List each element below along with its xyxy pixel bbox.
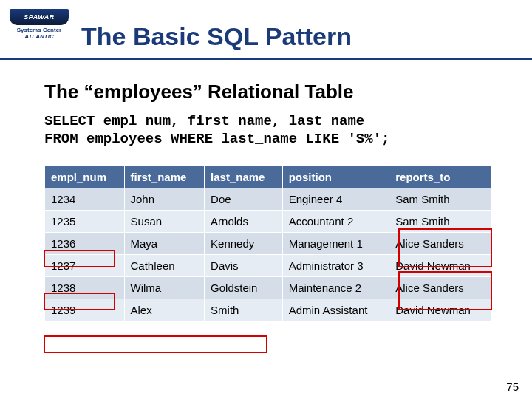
sql-line2: FROM employees WHERE last_name LIKE 'S%'… — [44, 131, 389, 147]
employees-table: empl_num first_name last_name position r… — [44, 166, 492, 321]
table-header-row: empl_num first_name last_name position r… — [45, 166, 492, 188]
cell: 1239 — [45, 299, 125, 321]
slide: SPAWAR Systems Center ATLANTIC The Basic… — [0, 0, 532, 399]
cell: Accountant 2 — [282, 211, 389, 233]
header: SPAWAR Systems Center ATLANTIC The Basic… — [0, 9, 532, 60]
section-subtitle: The “employees” Relational Table — [44, 81, 498, 103]
cell: 1235 — [45, 211, 125, 233]
cell: Doe — [205, 188, 283, 211]
cell: Goldstein — [205, 277, 283, 299]
cell: Sam Smith — [389, 188, 492, 211]
cell: Engineer 4 — [282, 188, 389, 211]
col-last-name: last_name — [205, 166, 283, 188]
col-reports-to: reports_to — [389, 166, 492, 188]
highlight-box — [44, 335, 267, 353]
cell: David Newman — [389, 255, 492, 277]
table-row: 1237 Cathleen Davis Administrator 3 Davi… — [45, 255, 492, 277]
page-number: 75 — [506, 381, 519, 393]
page-title: The Basic SQL Pattern — [81, 9, 352, 58]
table-row: 1236 Maya Kennedy Management 1 Alice San… — [45, 233, 492, 255]
col-position: position — [282, 166, 389, 188]
table-row: 1239 Alex Smith Admin Assistant David Ne… — [45, 299, 492, 321]
cell: Maintenance 2 — [282, 277, 389, 299]
cell: 1236 — [45, 233, 125, 255]
logo-top: SPAWAR — [10, 9, 69, 25]
logo-line1: Systems Center — [17, 27, 61, 33]
logo: SPAWAR Systems Center ATLANTIC — [7, 9, 71, 49]
cell: Admin Assistant — [282, 299, 389, 321]
content: The “employees” Relational Table SELECT … — [0, 60, 532, 321]
col-empl-num: empl_num — [45, 166, 125, 188]
sql-code: SELECT empl_num, first_name, last_name F… — [44, 112, 498, 148]
sql-line1: SELECT empl_num, first_name, last_name — [44, 113, 364, 129]
cell: Management 1 — [282, 233, 389, 255]
cell: Arnolds — [205, 211, 283, 233]
cell: 1234 — [45, 188, 125, 211]
cell: Sam Smith — [389, 211, 492, 233]
cell: Administrator 3 — [282, 255, 389, 277]
cell: Alice Sanders — [389, 277, 492, 299]
cell: Maya — [124, 233, 205, 255]
cell: Wilma — [124, 277, 205, 299]
cell: Alice Sanders — [389, 233, 492, 255]
logo-line2: ATLANTIC — [24, 33, 53, 40]
cell: Smith — [205, 299, 283, 321]
col-first-name: first_name — [124, 166, 205, 188]
cell: 1237 — [45, 255, 125, 277]
cell: Davis — [205, 255, 283, 277]
cell: Susan — [124, 211, 205, 233]
cell: John — [124, 188, 205, 211]
table-body: 1234 John Doe Engineer 4 Sam Smith 1235 … — [45, 188, 492, 321]
cell: Cathleen — [124, 255, 205, 277]
cell: Alex — [124, 299, 205, 321]
table-row: 1235 Susan Arnolds Accountant 2 Sam Smit… — [45, 211, 492, 233]
cell: 1238 — [45, 277, 125, 299]
logo-subtitle: Systems Center ATLANTIC — [17, 27, 61, 40]
cell: David Newman — [389, 299, 492, 321]
cell: Kennedy — [205, 233, 283, 255]
table-row: 1238 Wilma Goldstein Maintenance 2 Alice… — [45, 277, 492, 299]
table-row: 1234 John Doe Engineer 4 Sam Smith — [45, 188, 492, 211]
